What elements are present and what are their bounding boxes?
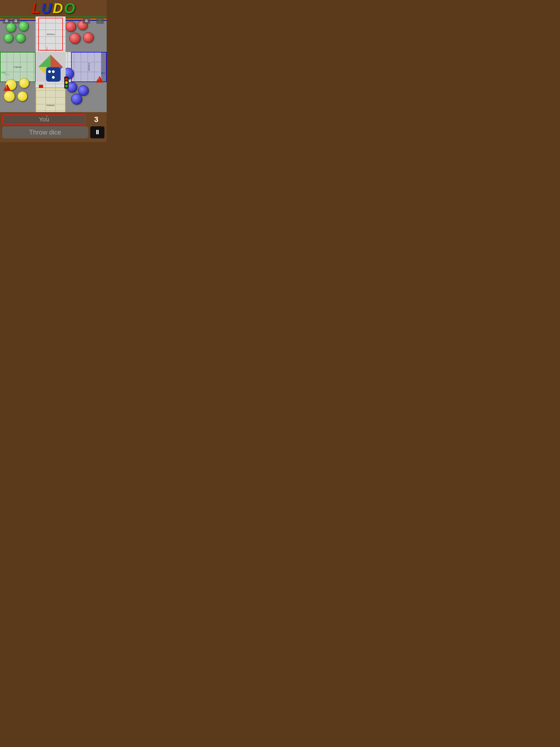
piece-yellow-4[interactable]	[18, 91, 27, 101]
title-O: O	[64, 1, 75, 15]
piece-green-2[interactable]	[19, 21, 28, 31]
die-dot-empty2	[48, 76, 51, 79]
game-board: FINISH FINISH FINISH FINISH ↓ ⇒ ⇐ ↑ ↪ ↪ …	[0, 17, 107, 123]
player-info-row: You 3	[2, 114, 104, 125]
green-recycle-icon-right[interactable]: ♻	[96, 18, 104, 24]
throw-dice-label: Throw dice	[29, 129, 61, 136]
title-L: L	[31, 1, 40, 15]
score-box: 3	[88, 114, 104, 125]
piece-red-1[interactable]	[66, 21, 76, 32]
die-dot-1	[48, 70, 51, 73]
die-dot-2	[52, 70, 55, 73]
pause-button[interactable]: ⏸	[90, 126, 104, 138]
pause-icon: ⏸	[94, 129, 100, 136]
dice[interactable]	[46, 67, 61, 82]
traffic-light	[64, 77, 69, 88]
red-recycle-icon[interactable]: ♻	[82, 18, 90, 24]
arrow-down-red: ↓	[45, 44, 48, 51]
green-recycle-icon-2[interactable]: ♻	[12, 18, 20, 24]
red-marker	[39, 85, 43, 88]
piece-green-4[interactable]	[16, 33, 25, 43]
piece-yellow-2[interactable]	[19, 78, 29, 88]
title-U: U	[41, 1, 52, 15]
die-dot-empty	[56, 70, 58, 73]
piece-red-4[interactable]	[83, 32, 94, 43]
warning-triangle-left	[3, 84, 11, 91]
arrow-up-yellow: ↑	[45, 113, 48, 120]
piece-red-3[interactable]	[70, 33, 80, 44]
svg-marker-1	[51, 55, 63, 67]
warning-triangle-right	[96, 76, 103, 83]
piece-green-1[interactable]	[6, 22, 16, 32]
die-dot-3	[52, 76, 55, 79]
piece-blue-4[interactable]	[71, 94, 82, 104]
player-score: 3	[94, 115, 98, 124]
piece-yellow-3[interactable]	[4, 91, 15, 102]
player-name-box: You	[2, 114, 86, 125]
svg-marker-0	[38, 55, 51, 67]
title-bar: L U D O	[0, 0, 107, 17]
arrow-right-green: ⇒	[1, 69, 6, 76]
throw-dice-button[interactable]: Throw dice	[2, 126, 88, 138]
title-D: D	[53, 1, 63, 15]
finish-strip-red: FINISH	[38, 18, 63, 51]
arrow-left-blue: ⇐	[101, 70, 105, 76]
controls-row: Throw dice ⏸	[2, 126, 104, 138]
piece-blue-3[interactable]	[78, 85, 88, 96]
piece-green-3[interactable]	[4, 33, 13, 43]
die-dot-empty3	[56, 76, 58, 79]
green-recycle-icon-left[interactable]: ♻	[3, 18, 10, 24]
bottom-ui: You 3 Throw dice ⏸	[0, 112, 107, 142]
